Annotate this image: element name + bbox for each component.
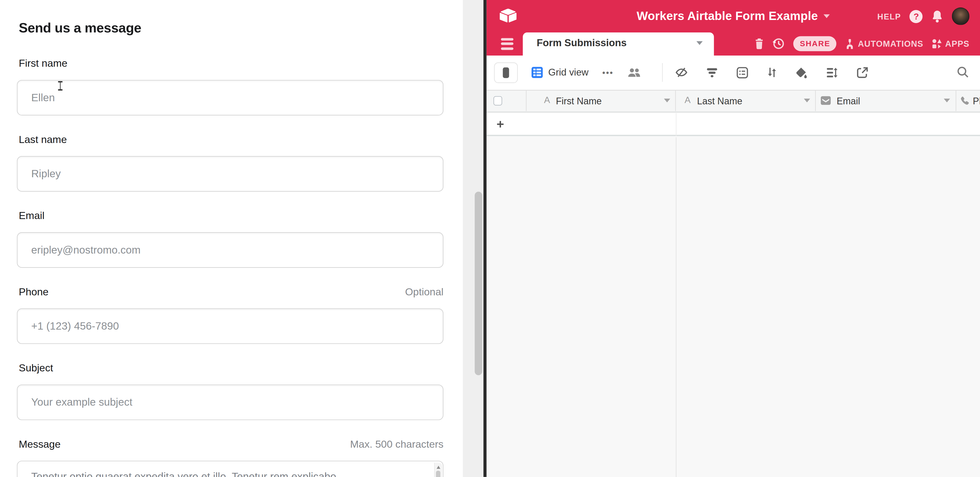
sidebar-toggle-icon <box>503 68 509 78</box>
share-button[interactable]: SHARE <box>794 36 837 51</box>
text-field-type-icon: A <box>544 95 550 105</box>
contact-form-panel: Send us a message First name Last name E… <box>0 0 463 477</box>
column-header-row: A First Name A Last Name Email <box>486 90 980 112</box>
color-icon[interactable] <box>795 67 808 78</box>
column-header-last-name[interactable]: A Last Name <box>676 90 816 111</box>
view-name[interactable]: Grid view <box>548 67 589 78</box>
help-button[interactable]: HELP <box>877 11 901 21</box>
add-record-plus-icon[interactable] <box>496 120 504 128</box>
subject-input[interactable] <box>17 385 444 420</box>
email-label: Email <box>19 210 45 222</box>
toolbar-divider <box>662 63 663 82</box>
group-icon[interactable] <box>736 67 748 78</box>
automations-button[interactable]: AUTOMATIONS <box>845 39 923 49</box>
filter-icon[interactable] <box>706 67 718 78</box>
phone-optional-hint: Optional <box>405 286 444 298</box>
automations-icon <box>845 39 855 49</box>
page-scrollbar-thumb[interactable] <box>474 192 482 375</box>
screen: Send us a message First name Last name E… <box>0 0 980 477</box>
airtable-table-bar: Form Submissions <box>486 32 980 55</box>
column-caret-icon[interactable] <box>664 98 670 102</box>
add-record-row[interactable] <box>486 113 980 136</box>
share-view-icon[interactable] <box>856 67 868 78</box>
base-title-caret-icon[interactable] <box>823 14 830 18</box>
user-avatar[interactable] <box>952 8 969 25</box>
view-toolbar: Grid view ••• <box>486 55 980 90</box>
first-name-label: First name <box>19 57 67 69</box>
hamburger-menu-icon[interactable] <box>501 38 513 49</box>
airtable-topbar: Workers Airtable Form Example HELP ? <box>486 0 980 32</box>
first-name-input[interactable] <box>17 80 444 116</box>
airtable-window: Workers Airtable Form Example HELP ? For… <box>486 0 980 477</box>
view-sidebar-toggle-button[interactable] <box>494 63 518 83</box>
view-options-dots[interactable]: ••• <box>603 68 614 77</box>
column-header-first-name[interactable]: A First Name <box>527 90 676 111</box>
column-header-phone[interactable]: Phone <box>957 90 980 111</box>
text-cursor-icon <box>57 81 63 90</box>
apps-icon <box>932 39 942 49</box>
sort-icon[interactable] <box>767 67 777 78</box>
grid-view-icon <box>531 67 542 78</box>
scroll-up-arrow-icon[interactable] <box>436 465 440 468</box>
column-caret-icon[interactable] <box>944 98 950 102</box>
table-tab-label: Form Submissions <box>537 37 627 49</box>
row-height-icon[interactable] <box>826 67 837 78</box>
table-tab-form-submissions[interactable]: Form Submissions <box>523 32 714 55</box>
message-text: Tenetur optio quaerat expedita vero et i… <box>31 471 336 477</box>
textarea-scrollbar[interactable] <box>434 462 442 477</box>
column-caret-icon[interactable] <box>804 98 810 102</box>
trash-icon[interactable] <box>756 38 764 49</box>
window-divider <box>483 0 486 477</box>
row-select-header-cell <box>486 90 527 111</box>
collaborators-icon[interactable] <box>628 68 641 77</box>
notifications-bell-icon[interactable] <box>932 10 943 23</box>
phone-field-type-icon <box>960 96 970 106</box>
table-tab-caret-icon[interactable] <box>697 41 703 45</box>
textarea-scroll-thumb[interactable] <box>436 470 441 477</box>
last-name-input[interactable] <box>17 156 444 192</box>
hide-fields-icon[interactable] <box>675 66 687 79</box>
frozen-column-divider <box>676 137 677 477</box>
subject-label: Subject <box>19 362 53 374</box>
email-input[interactable] <box>17 232 444 268</box>
select-all-checkbox[interactable] <box>494 96 502 105</box>
help-question-icon[interactable]: ? <box>910 10 923 23</box>
apps-button[interactable]: APPS <box>932 39 969 49</box>
frozen-column-divider <box>676 113 677 136</box>
phone-label: Phone <box>19 286 49 298</box>
history-icon[interactable] <box>772 38 785 50</box>
column-header-email[interactable]: Email <box>816 90 957 111</box>
message-textarea[interactable]: Tenetur optio quaerat expedita vero et i… <box>17 461 444 477</box>
message-label: Message <box>19 438 60 450</box>
message-maxchars-hint: Max. 500 characters <box>350 438 444 450</box>
search-icon[interactable] <box>957 66 969 78</box>
airtable-logo-icon[interactable] <box>500 8 517 23</box>
page-scrollbar-track[interactable] <box>463 0 483 477</box>
email-field-type-icon <box>821 96 831 105</box>
base-title[interactable]: Workers Airtable Form Example <box>637 10 818 23</box>
text-field-type-icon: A <box>684 95 690 105</box>
phone-input[interactable] <box>17 308 444 344</box>
form-heading: Send us a message <box>19 21 141 36</box>
last-name-label: Last name <box>19 134 67 146</box>
